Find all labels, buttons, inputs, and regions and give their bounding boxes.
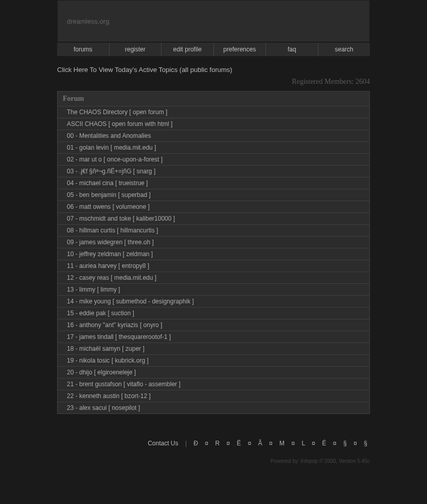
forum-link[interactable]: 07 - mschmidt and toke [ kaliber10000 ] [58, 213, 370, 225]
nav-search[interactable]: search [318, 43, 370, 57]
forum-row: 22 - kenneth austin [ bzort-12 ] [58, 390, 370, 402]
forum-row: 17 - james tindall [ thesquarerootof-1 ] [58, 331, 370, 343]
forum-link[interactable]: 10 - jeffrey zeldman [ zeldman ] [58, 248, 370, 260]
forum-link[interactable]: 18 - michaël samyn [ zuper ] [58, 343, 370, 355]
forum-row: 04 - michael cina [ trueistrue ] [58, 177, 370, 189]
forum-link[interactable]: 21 - brent gustafson [ vitaflo - assembl… [58, 379, 370, 390]
forum-row: 01 - golan levin [ media.mit.edu ] [58, 142, 370, 154]
forum-row: 14 - mike young [ submethod - designgrap… [58, 296, 370, 308]
footer: Contact Us | Ð ¤ R ¤ Ë ¤ Å ¤ M ¤ L ¤ É ¤… [57, 440, 370, 451]
forum-row: 15 - eddie pak [ suction ] [58, 308, 370, 319]
forum-link[interactable]: 17 - james tindall [ thesquarerootof-1 ] [58, 331, 370, 343]
forum-link[interactable]: 12 - casey reas [ media.mit.edu ] [58, 272, 370, 284]
forum-link[interactable]: 09 - james widegren [ three.oh ] [58, 237, 370, 248]
forum-link[interactable]: 00 - Mentalities and Anomalies [58, 130, 370, 142]
forum-row: The CHAOS Directory [ open forum ] [58, 106, 370, 118]
forum-row: 07 - mschmidt and toke [ kaliber10000 ] [58, 213, 370, 225]
nav-preferences[interactable]: preferences [214, 43, 266, 57]
contact-us-link[interactable]: Contact Us [148, 440, 178, 447]
footer-separator: | [185, 440, 187, 447]
forum-link[interactable]: 22 - kenneth austin [ bzort-12 ] [58, 390, 370, 402]
forum-row: 11 - auriea harvey [ entropy8 ] [58, 260, 370, 272]
forum-link[interactable]: 04 - michael cina [ trueistrue ] [58, 177, 370, 189]
forum-link[interactable]: 23 - alex sacui [ nosepilot ] [58, 402, 370, 414]
forum-link[interactable]: 06 - matt owens [ volumeone ] [58, 201, 370, 213]
forum-row: 21 - brent gustafson [ vitaflo - assembl… [58, 379, 370, 390]
forum-link[interactable]: 01 - golan levin [ media.mit.edu ] [58, 142, 370, 154]
registered-members-count: Registered Members: 2604 [57, 78, 370, 86]
active-topics-link[interactable]: Click Here To View Today's Active Topics… [57, 66, 370, 74]
forum-row: 02 - mar ut o [ once-upon-a-forest ] [58, 154, 370, 166]
header-banner: dreamless.org [57, 0, 370, 42]
forum-row: 23 - alex sacui [ nosepilot ] [58, 402, 370, 414]
forum-row: 12 - casey reas [ media.mit.edu ] [58, 272, 370, 284]
nav-edit-profile[interactable]: edit profile [162, 43, 214, 57]
forum-link[interactable]: 02 - mar ut o [ once-upon-a-forest ] [58, 154, 370, 166]
forum-link[interactable]: 11 - auriea harvey [ entropy8 ] [58, 260, 370, 272]
forum-link[interactable]: 08 - hillman curtis [ hillmancurtis ] [58, 225, 370, 237]
forum-link[interactable]: 14 - mike young [ submethod - designgrap… [58, 296, 370, 308]
forum-row: 20 - dhijo [ elgiroeneleje ] [58, 367, 370, 379]
forum-row: 16 - anthony "ant" kyriazis [ onyro ] [58, 319, 370, 331]
forum-row: 08 - hillman curtis [ hillmancurtis ] [58, 225, 370, 237]
forum-column-header: Forum [58, 92, 370, 106]
powered-by-text: Powered by: Infopop © 2000, Version 5.45… [57, 458, 370, 474]
nav-forums[interactable]: forums [57, 43, 110, 57]
forum-row: 18 - michaël samyn [ zuper ] [58, 343, 370, 355]
forum-link[interactable]: 05 - ben benjamin [ superbad ] [58, 189, 370, 201]
site-title[interactable]: dreamless.org [67, 17, 109, 25]
forum-link[interactable]: ASCII CHAOS [ open forum with html ] [58, 118, 370, 130]
nav-register[interactable]: register [110, 43, 162, 57]
forum-row: 06 - matt owens [ volumeone ] [58, 201, 370, 213]
forum-link[interactable]: 16 - anthony "ant" kyriazis [ onyro ] [58, 319, 370, 331]
forum-row: ASCII CHAOS [ open forum with html ] [58, 118, 370, 130]
forum-row: 03 - .j€f §ñª¬g.ñË+=jñG [ snarg ] [58, 166, 370, 177]
nav-faq[interactable]: faq [266, 43, 318, 57]
forum-link[interactable]: 15 - eddie pak [ suction ] [58, 308, 370, 319]
forum-row: 19 - nikola tosic [ kubrick.org ] [58, 355, 370, 367]
forum-row: 09 - james widegren [ three.oh ] [58, 237, 370, 248]
forum-row: 13 - limmy [ limmy ] [58, 284, 370, 296]
forum-link[interactable]: 19 - nikola tosic [ kubrick.org ] [58, 355, 370, 367]
forum-link[interactable]: 20 - dhijo [ elgiroeneleje ] [58, 367, 370, 379]
footer-stylized-link[interactable]: Ð ¤ R ¤ Ë ¤ Å ¤ M ¤ L ¤ É ¤ § ¤ § [193, 440, 370, 447]
forum-row: 00 - Mentalities and Anomalies [58, 130, 370, 142]
forum-link[interactable]: The CHAOS Directory [ open forum ] [58, 106, 370, 118]
forum-link[interactable]: 13 - limmy [ limmy ] [58, 284, 370, 296]
forum-row: 05 - ben benjamin [ superbad ] [58, 189, 370, 201]
forum-link[interactable]: 03 - .j€f §ñª¬g.ñË+=jñG [ snarg ] [58, 166, 370, 177]
main-nav: forums register edit profile preferences… [57, 42, 370, 57]
forum-list-table: Forum The CHAOS Directory [ open forum ]… [57, 91, 370, 414]
forum-row: 10 - jeffrey zeldman [ zeldman ] [58, 248, 370, 260]
